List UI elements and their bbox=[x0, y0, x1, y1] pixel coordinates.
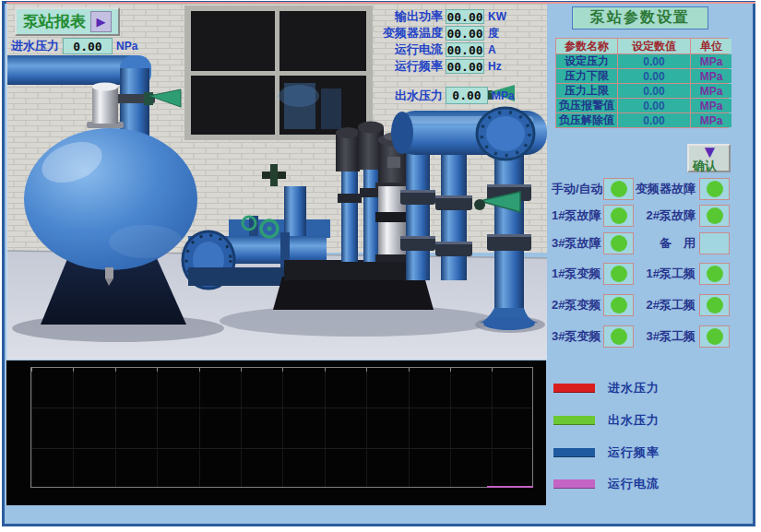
status-row: 2#泵变频 2#泵工频 bbox=[552, 293, 732, 317]
status-lamp bbox=[707, 207, 723, 224]
telemetry-block: 输出功率 00.00 KW 变频器温度 00.00 度 运行电流 00.00 A… bbox=[343, 8, 506, 75]
status-indicator-manual-auto bbox=[603, 178, 634, 200]
status-indicator-pump2-vfd bbox=[603, 294, 634, 316]
param-name: 负压解除值 bbox=[556, 113, 617, 127]
x-axis-ticks bbox=[31, 368, 532, 372]
legend-item: 运行电流 bbox=[553, 478, 660, 491]
status-label-pump1-fault: 1#泵故障 bbox=[552, 207, 603, 224]
confirm-button[interactable]: ▼ 确认 bbox=[687, 144, 731, 172]
status-lamp bbox=[611, 328, 627, 345]
status-lamp bbox=[611, 235, 627, 252]
pump-station-hmi: 泵站报表 ▶ 进水压力 0.00 NPa 输出功率 00.00 KW 变频器温度… bbox=[0, 0, 761, 532]
param-value-pressure-low-limit[interactable]: 0.00 bbox=[618, 69, 690, 83]
legend-label: 出水压力 bbox=[608, 412, 660, 429]
status-label-pump2-vfd: 2#泵变频 bbox=[552, 297, 603, 313]
running-frequency-value: 00.00 bbox=[446, 59, 484, 74]
param-name: 设定压力 bbox=[556, 54, 617, 68]
legend-item: 进水压力 bbox=[553, 382, 660, 395]
confirm-button-label: 确认 bbox=[693, 158, 717, 174]
outlet-pressure-label: 出水压力 bbox=[365, 88, 443, 104]
running-current-label: 运行电流 bbox=[343, 41, 443, 58]
legend-swatch-inlet-pressure bbox=[553, 384, 595, 393]
running-current-value: 00.00 bbox=[446, 42, 484, 57]
legend-swatch-running-current bbox=[553, 479, 595, 489]
inlet-pressure-readout: 进水压力 0.00 NPa bbox=[11, 38, 137, 54]
status-lamp bbox=[707, 328, 723, 345]
trend-plot-area bbox=[30, 367, 533, 488]
inlet-pressure-label: 进水压力 bbox=[11, 38, 59, 54]
status-label-pump1-vfd: 1#泵变频 bbox=[552, 266, 603, 282]
status-row: 3#泵故障 备 用 bbox=[552, 231, 732, 255]
legend-label: 进水压力 bbox=[608, 380, 660, 396]
play-icon[interactable]: ▶ bbox=[90, 11, 112, 32]
settings-panel-title: 泵站参数设置 bbox=[572, 6, 708, 30]
report-button-label: 泵站报表 bbox=[23, 11, 86, 32]
column-header: 设定数值 bbox=[618, 39, 690, 53]
column-header: 参数名称 bbox=[556, 39, 617, 53]
legend-swatch-running-frequency bbox=[553, 448, 595, 457]
inlet-pressure-value: 0.00 bbox=[63, 38, 113, 54]
parameter-table: 参数名称 设定数值 单位 设定压力 0.00 MPa 压力下限 0.00 MPa… bbox=[555, 38, 729, 128]
status-label-vfd-fault: 变频器故障 bbox=[634, 181, 699, 197]
status-label-spare: 备 用 bbox=[634, 235, 699, 252]
param-value-negative-pressure-alarm[interactable]: 0.00 bbox=[618, 99, 690, 112]
legend-item: 运行频率 bbox=[553, 446, 660, 459]
status-indicator-spare bbox=[699, 232, 730, 254]
vfd-temperature-unit: 度 bbox=[488, 26, 499, 41]
status-lamp bbox=[611, 207, 627, 224]
param-name: 压力上限 bbox=[556, 84, 617, 98]
output-power-value: 00.00 bbox=[446, 9, 484, 24]
param-name: 负压报警值 bbox=[556, 99, 617, 112]
telemetry-row: 变频器温度 00.00 度 bbox=[343, 25, 506, 41]
outlet-pressure-unit: MPa bbox=[492, 89, 515, 102]
running-current-trace bbox=[487, 486, 533, 488]
trend-chart bbox=[6, 361, 546, 505]
status-label-pump3-vfd: 3#泵变频 bbox=[552, 328, 603, 345]
status-lamp bbox=[707, 181, 723, 197]
outlet-pressure-value: 0.00 bbox=[446, 87, 488, 104]
status-lamp bbox=[707, 266, 723, 282]
status-label-pump3-mains: 3#泵工频 bbox=[634, 328, 699, 345]
column-header: 单位 bbox=[691, 39, 731, 53]
status-indicator-vfd-fault bbox=[699, 178, 730, 200]
param-unit: MPa bbox=[691, 113, 731, 127]
status-row: 1#泵故障 2#泵故障 bbox=[552, 204, 732, 228]
report-button[interactable]: 泵站报表 ▶ bbox=[15, 7, 120, 36]
param-unit: MPa bbox=[691, 84, 731, 98]
status-indicator-pump1-fault bbox=[603, 205, 634, 227]
status-indicator-pump2-fault bbox=[699, 205, 730, 227]
status-indicator-pump3-fault bbox=[603, 232, 634, 254]
param-name: 压力下限 bbox=[556, 69, 617, 83]
running-frequency-label: 运行频率 bbox=[343, 58, 443, 75]
status-lamp bbox=[611, 266, 627, 282]
param-unit: MPa bbox=[691, 54, 731, 68]
status-lamp bbox=[611, 297, 627, 313]
outlet-pressure-readout: 出水压力 0.00 MPa bbox=[365, 87, 515, 104]
param-unit: MPa bbox=[691, 99, 731, 112]
status-lamp bbox=[611, 181, 627, 197]
output-power-unit: KW bbox=[488, 10, 506, 23]
running-frequency-unit: Hz bbox=[488, 60, 502, 73]
status-row: 1#泵变频 1#泵工频 bbox=[552, 262, 732, 286]
param-value-pressure-high-limit[interactable]: 0.00 bbox=[618, 84, 690, 98]
status-label-pump3-fault: 3#泵故障 bbox=[552, 235, 603, 252]
running-current-unit: A bbox=[488, 43, 496, 56]
vfd-temperature-value: 00.00 bbox=[446, 26, 484, 41]
status-indicator-pump3-mains bbox=[699, 325, 730, 348]
status-row: 手动/自动 变频器故障 bbox=[552, 177, 732, 201]
param-value-negative-pressure-release[interactable]: 0.00 bbox=[618, 113, 690, 127]
legend-label: 运行电流 bbox=[608, 476, 660, 492]
param-unit: MPa bbox=[691, 69, 731, 83]
telemetry-row: 输出功率 00.00 KW bbox=[343, 8, 506, 25]
gridline bbox=[31, 448, 532, 449]
status-label-pump2-mains: 2#泵工频 bbox=[634, 297, 699, 313]
legend-swatch-outlet-pressure bbox=[553, 416, 595, 425]
status-indicator-pump2-mains bbox=[699, 294, 730, 316]
telemetry-row: 运行频率 00.00 Hz bbox=[343, 58, 506, 75]
legend-item: 出水压力 bbox=[553, 414, 660, 427]
telemetry-row: 运行电流 00.00 A bbox=[343, 41, 506, 58]
vfd-temperature-label: 变频器温度 bbox=[343, 25, 443, 41]
status-indicator-pump1-mains bbox=[699, 263, 730, 285]
output-power-label: 输出功率 bbox=[343, 8, 443, 25]
param-value-set-pressure[interactable]: 0.00 bbox=[618, 54, 690, 68]
